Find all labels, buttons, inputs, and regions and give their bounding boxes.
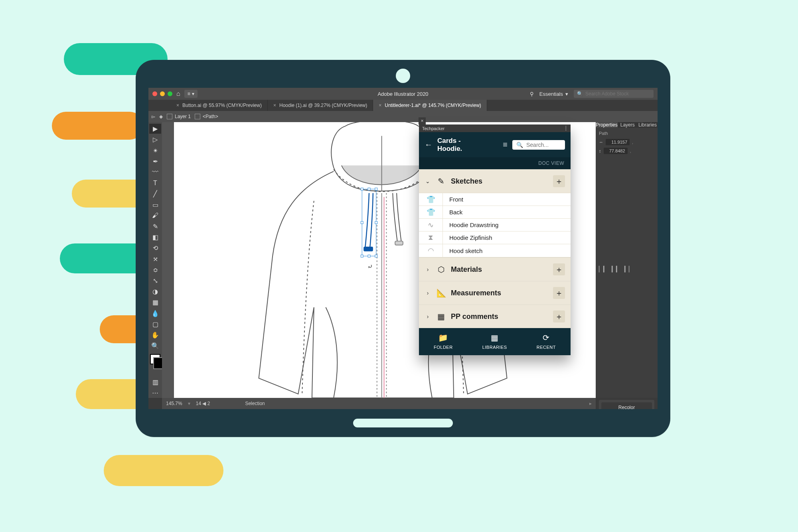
section-header-materials[interactable]: › ⬡ Materials ＋: [419, 258, 571, 281]
add-button[interactable]: ＋: [553, 310, 565, 322]
selection-icon[interactable]: ▻: [152, 114, 155, 119]
line-tool[interactable]: ╱: [149, 189, 161, 199]
hand-tool[interactable]: ✋: [149, 330, 161, 340]
list-item[interactable]: ◠ Hood sketch: [419, 244, 571, 257]
lightbulb-icon[interactable]: ⚲: [530, 91, 534, 97]
section-header-sketches[interactable]: ⌄ ✎ Sketches ＋: [419, 170, 571, 193]
edit-toolbar[interactable]: ⋯: [149, 388, 161, 398]
align-left-icon[interactable]: ▏▎: [599, 266, 608, 272]
gradient-tool[interactable]: ▦: [149, 297, 161, 307]
techpacker-tab-label: Techpacker: [422, 126, 444, 131]
scale-tool[interactable]: ⤧: [149, 254, 161, 264]
scrollbar-right-icon[interactable]: ▸: [589, 401, 592, 406]
folder-icon: 📁: [438, 333, 448, 342]
curvature-tool[interactable]: 〰: [149, 167, 161, 177]
panel-tabs: Properties Layers Libraries: [596, 122, 658, 128]
artboard-tool[interactable]: ▢: [149, 319, 161, 329]
chevron-right-icon: ›: [425, 266, 431, 273]
close-window-icon[interactable]: [152, 91, 157, 96]
add-button[interactable]: ＋: [553, 175, 565, 187]
document-tab[interactable]: × Button.ai @ 55.97% (CMYK/Preview): [171, 100, 268, 111]
free-transform-tool[interactable]: ⤡: [149, 276, 161, 286]
close-icon[interactable]: ×: [419, 117, 426, 125]
breadcrumb-path: <Path>: [203, 114, 218, 119]
list-item[interactable]: ⧗ Hoodie Zipfinish: [419, 231, 571, 244]
rotate-tool[interactable]: ⟲: [149, 243, 161, 253]
zoom-tool[interactable]: 🔍: [149, 341, 161, 351]
pen-tool[interactable]: ✒: [149, 156, 161, 166]
section-sketches: ⌄ ✎ Sketches ＋ 👕 Front 👕 Back ∿: [419, 169, 571, 257]
add-button[interactable]: ＋: [553, 263, 565, 275]
direct-selection-tool[interactable]: ▷: [149, 134, 161, 144]
decor-blob: [104, 455, 223, 486]
back-arrow-icon[interactable]: ←: [425, 140, 433, 149]
section-header-ppcomments[interactable]: › ▦ PP comments ＋: [419, 305, 571, 328]
recolor-button[interactable]: Recolor: [601, 402, 652, 409]
rectangle-tool[interactable]: ▭: [149, 200, 161, 210]
nav-folder[interactable]: 📁 FOLDER: [434, 333, 453, 350]
type-tool[interactable]: T: [149, 178, 161, 188]
status-bar: 145.7% ▾ 14 ◀ 2 Selection ▸: [162, 398, 596, 409]
close-icon[interactable]: ×: [176, 103, 179, 108]
shaper-tool[interactable]: ✎: [149, 222, 161, 231]
artboard-nav[interactable]: 14 ◀ 2: [196, 401, 210, 406]
window-controls[interactable]: [152, 91, 172, 96]
x-value[interactable]: 11.9157: [606, 139, 630, 145]
tab-properties[interactable]: Properties: [596, 122, 618, 128]
width-tool[interactable]: ≎: [149, 265, 161, 275]
section-header-measurements[interactable]: › 📐 Measurements ＋: [419, 281, 571, 305]
techpacker-title-line2: Hoodie.: [437, 145, 498, 153]
y-value[interactable]: 77.8482: [604, 148, 628, 154]
techpacker-search[interactable]: 🔍: [512, 140, 565, 150]
minimize-window-icon[interactable]: [160, 91, 165, 96]
close-icon[interactable]: ×: [273, 103, 276, 108]
thumbnail-icon: 👕: [419, 193, 443, 206]
panel-grip-icon[interactable]: ┋: [565, 126, 567, 131]
document-tab-label: Untitlederer-1.ai* @ 145.7% (CMYK/Previe…: [385, 103, 481, 108]
sketches-rows: 👕 Front 👕 Back ∿ Hoodie Drawstring ⧗ Hoo…: [419, 193, 571, 257]
list-item-label: Front: [443, 196, 463, 203]
techpacker-panel[interactable]: Techpacker ┋ × ← Cards - Hoodie. ≡ 🔍 DOC…: [419, 125, 571, 355]
techpacker-title: Cards - Hoodie.: [437, 137, 498, 152]
layers-icon[interactable]: ◈: [159, 114, 163, 119]
align-center-icon[interactable]: ▎▎: [612, 266, 620, 272]
breadcrumb[interactable]: <Path>: [195, 114, 218, 119]
tab-layers[interactable]: Layers: [618, 122, 638, 128]
stock-search-input[interactable]: [585, 91, 650, 97]
workspace-switcher[interactable]: Essentials ▾: [539, 91, 568, 97]
breadcrumb[interactable]: Layer 1: [167, 114, 191, 119]
list-item[interactable]: ∿ Hoodie Drawstring: [419, 219, 571, 231]
properties-panel: Path ↔ 11.9157 , ↕ 77.8482 , ▏▎ ▎▎ ▎: [596, 128, 658, 409]
eraser-tool[interactable]: ◧: [149, 232, 161, 242]
fullscreen-window-icon[interactable]: [168, 91, 172, 96]
unit-label: ,: [630, 148, 631, 153]
doc-view-button[interactable]: DOC VIEW: [419, 157, 571, 169]
svg-rect-4: [363, 247, 373, 251]
nav-recent[interactable]: ⟳ RECENT: [537, 333, 556, 350]
nav-libraries[interactable]: ▦ LIBRARIES: [482, 333, 507, 350]
magic-wand-tool[interactable]: ✴: [149, 145, 161, 155]
techpacker-panel-tab[interactable]: Techpacker ┋ ×: [419, 125, 571, 132]
selection-tool[interactable]: ▶: [149, 124, 161, 134]
screen-mode-tool[interactable]: ▥: [149, 377, 161, 387]
close-icon[interactable]: ×: [379, 103, 381, 108]
menu-dropdown[interactable]: ≡ ▾: [184, 90, 198, 98]
thumbnail-icon: ◠: [419, 244, 443, 257]
shape-builder-tool[interactable]: ◑: [149, 287, 161, 297]
align-right-icon[interactable]: ▎▏: [624, 266, 633, 272]
techpacker-search-input[interactable]: [526, 142, 558, 148]
eyedropper-tool[interactable]: 💧: [149, 308, 161, 318]
add-button[interactable]: ＋: [553, 287, 565, 299]
list-item[interactable]: 👕 Front: [419, 193, 571, 206]
sort-icon[interactable]: ≡: [503, 140, 508, 149]
document-tab[interactable]: × Untitlederer-1.ai* @ 145.7% (CMYK/Prev…: [373, 100, 487, 111]
ruler-icon: 📐: [437, 288, 445, 298]
list-item[interactable]: 👕 Back: [419, 206, 571, 219]
fill-stroke-swatch[interactable]: [150, 354, 160, 364]
tab-libraries[interactable]: Libraries: [638, 122, 658, 128]
paintbrush-tool[interactable]: 🖌: [149, 211, 161, 221]
document-tab[interactable]: × Hoodie (1).ai @ 39.27% (CMYK/Preview): [268, 100, 373, 111]
adobe-stock-search[interactable]: 🔍: [574, 90, 654, 98]
home-icon[interactable]: ⌂: [176, 90, 180, 97]
zoom-level[interactable]: 145.7%: [166, 401, 182, 406]
